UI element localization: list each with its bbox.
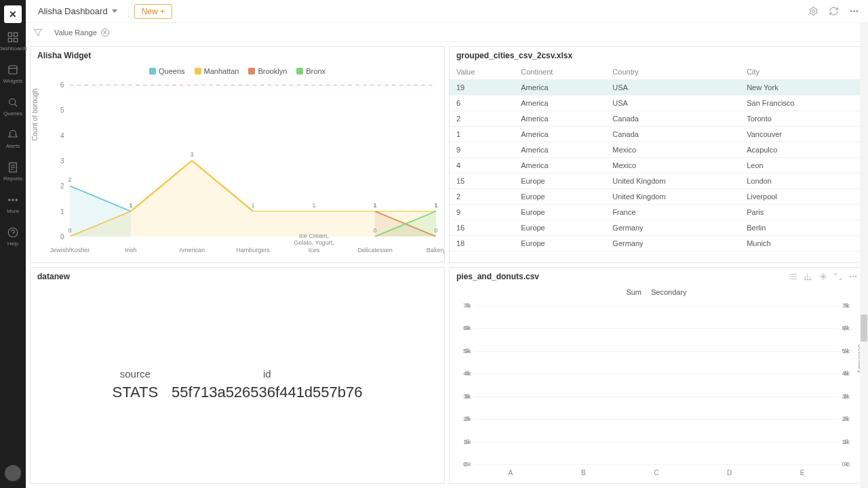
table-row[interactable]: 4AmericaMexicoLeon [450,158,863,174]
top-bar: Alisha Dashboard New + [26,0,868,23]
nav-reports[interactable]: Reports [0,157,26,186]
line-chart: 0123456Jewish/KosherIrishAmericanHamburg… [70,85,436,237]
source-label: source [112,368,158,380]
filter-bar: Value Range ✕ [26,23,868,42]
table-row[interactable]: 2EuropeUnited KingdomLiverpool [450,189,863,205]
table-header[interactable]: City [740,64,863,80]
svg-point-14 [856,11,857,12]
more-icon[interactable] [848,272,859,283]
panel-grouped-cities: grouped_cities_csv_2csv.xlsx ValueContin… [449,46,864,263]
filter-chip-value-range[interactable]: Value Range ✕ [49,27,115,38]
panel-title: Alisha Widget [31,47,444,64]
legend-item[interactable]: Sum [626,288,642,296]
legend-item[interactable]: Brooklyn [248,67,287,75]
settings-icon[interactable] [806,4,821,19]
svg-point-8 [12,199,14,201]
svg-point-13 [853,11,854,12]
dashboard-title: Alisha Dashboard [38,6,108,16]
svg-rect-4 [9,66,17,74]
panel-alisha-widget: Alisha Widget QueensManhattanBrooklynBro… [30,46,445,263]
nav-dashboards[interactable]: Dashboards [0,27,26,56]
svg-point-11 [812,10,814,13]
table-header[interactable]: Value [450,64,514,80]
table-row[interactable]: 9AmericaMexicoAcapulco [450,142,863,158]
svg-point-16 [850,276,851,277]
app-logo[interactable]: ✕ [4,5,22,23]
dashboard-title-dropdown[interactable]: Alisha Dashboard [33,4,123,18]
svg-point-17 [852,276,854,277]
svg-point-18 [855,276,856,277]
chevron-down-icon [112,9,117,13]
table-row[interactable]: 6AmericaUSASan Francisco [450,96,863,111]
list-icon[interactable] [789,272,800,283]
svg-rect-0 [8,33,12,36]
legend-item[interactable]: Bronx [296,67,326,75]
nav-more[interactable]: More [0,190,26,218]
nav-help[interactable]: Help [0,222,26,251]
chart-icon[interactable] [804,272,814,283]
y-axis-label: Count of borough [31,89,39,141]
chart-legend: QueensManhattanBrooklynBronx [31,64,444,78]
svg-rect-1 [14,33,18,36]
svg-point-7 [9,199,10,201]
panel-pies-donuts: pies_and_donuts.csv SumSecondary 001k1k2… [449,267,864,484]
id-label: id [172,368,362,380]
table-header[interactable]: Continent [514,64,606,80]
nav-queries[interactable]: Queries [0,92,26,121]
new-button[interactable]: New + [134,4,172,19]
close-icon[interactable]: ✕ [101,28,109,37]
svg-point-12 [850,11,852,12]
svg-point-10 [8,228,18,237]
table-row[interactable]: 16EuropeGermanyBerlin [450,220,863,236]
table-row[interactable]: 2AmericaCanadaToronto [450,111,863,127]
scrollbar-thumb[interactable] [861,314,867,342]
filter-icon[interactable] [33,27,43,38]
expand-icon[interactable] [833,272,844,283]
data-table: ValueContinentCountryCity 19AmericaUSANe… [450,64,863,251]
id-value: 55f713a526536f441d557b76 [172,384,362,401]
table-row[interactable]: 18EuropeGermanyMunich [450,236,863,251]
svg-point-5 [9,99,16,105]
legend-item[interactable]: Queens [149,67,185,75]
refresh-icon[interactable] [826,4,841,19]
more-icon[interactable] [846,4,861,19]
user-avatar[interactable] [5,465,21,481]
scrollbar[interactable] [860,23,868,488]
nav-alerts[interactable]: Alerts [0,125,26,153]
table-row[interactable]: 15EuropeUnited KingdomLondon [450,174,863,189]
svg-rect-2 [8,39,12,42]
legend-item[interactable]: Manhattan [195,67,239,75]
left-nav: ✕ Dashboards Widgets Queries Alerts Repo… [0,0,26,488]
panel-title: grouped_cities_csv_2csv.xlsx [450,47,863,64]
table-row[interactable]: 9EuropeFranceParis [450,205,863,220]
bar-chart [474,306,839,464]
svg-rect-3 [14,39,18,42]
sparkle-icon[interactable] [818,272,829,283]
panel-datanew: datanew source STATS id 55f713a526536f44… [30,267,445,484]
legend-item[interactable]: Secondary [651,288,687,296]
source-value: STATS [112,384,158,401]
nav-widgets[interactable]: Widgets [0,60,26,88]
table-row[interactable]: 1AmericaCanadaVancouver [450,127,863,142]
chart-legend: SumSecondary [450,285,863,299]
table-row[interactable]: 19AmericaUSANew York [450,80,863,96]
svg-point-9 [16,199,17,201]
table-header[interactable]: Country [606,64,740,80]
panel-title: datanew [31,268,444,285]
